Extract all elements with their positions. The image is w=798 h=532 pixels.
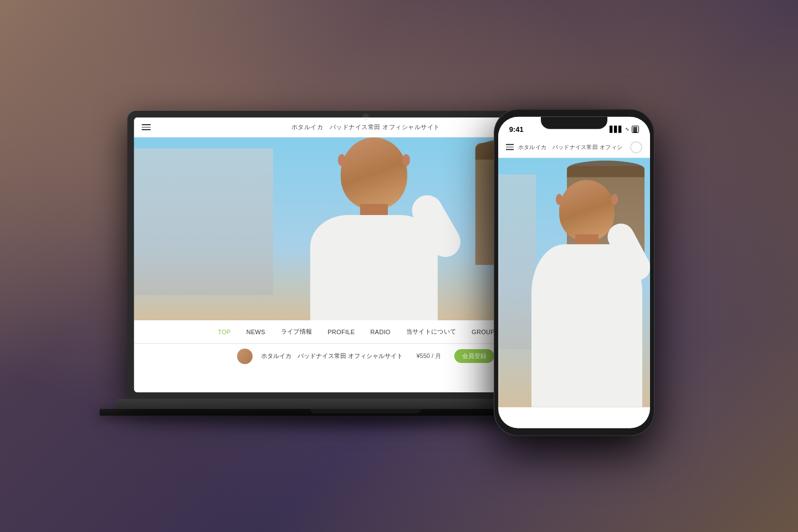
scene: ホタルイカ バッドナイス常田 オフィシャルサイト — [0, 0, 798, 532]
nav-top[interactable]: TOP — [218, 329, 231, 335]
phone-hero-bg — [498, 158, 650, 407]
nav-profile[interactable]: PROFILE — [328, 329, 355, 335]
nav-news[interactable]: NEWS — [246, 329, 265, 335]
nav-about[interactable]: 当サイトについて — [406, 328, 456, 336]
phone-hero — [498, 158, 650, 407]
nav-radio[interactable]: RADIO — [370, 329, 390, 335]
footer-price: ¥550 / 月 — [417, 352, 442, 360]
phone: 9:41 ▋▋▋ ∿ ▓ ホタルイカ バッドナイス常田 オフィシ — [494, 109, 654, 436]
battery-icon: ▓ — [632, 125, 639, 132]
phone-header-avatar[interactable] — [630, 141, 642, 153]
join-button[interactable]: 会員登録 — [454, 349, 494, 363]
hamburger-icon[interactable] — [142, 124, 151, 130]
footer-avatar — [237, 349, 252, 364]
phone-hamburger-icon[interactable] — [506, 144, 514, 150]
nav-live[interactable]: ライブ情報 — [281, 328, 313, 336]
phone-status-icons: ▋▋▋ ∿ ▓ — [610, 125, 639, 132]
footer-site-name: ホタルイカ バッドナイス常田 オフィシャルサイト — [261, 352, 403, 360]
phone-screen: 9:41 ▋▋▋ ∿ ▓ ホタルイカ バッドナイス常田 オフィシ — [498, 117, 650, 428]
phone-notch — [541, 117, 607, 129]
site-title: ホタルイカ バッドナイス常田 オフィシャルサイト — [291, 123, 440, 131]
phone-header-title: ホタルイカ バッドナイス常田 オフィシ — [518, 143, 626, 151]
signal-icon: ▋▋▋ — [610, 125, 623, 132]
phone-time: 9:41 — [509, 125, 524, 133]
phone-device: 9:41 ▋▋▋ ∿ ▓ ホタルイカ バッドナイス常田 オフィシ — [494, 109, 654, 436]
wifi-icon: ∿ — [625, 126, 630, 132]
phone-header: ホタルイカ バッドナイス常田 オフィシ — [498, 137, 650, 158]
